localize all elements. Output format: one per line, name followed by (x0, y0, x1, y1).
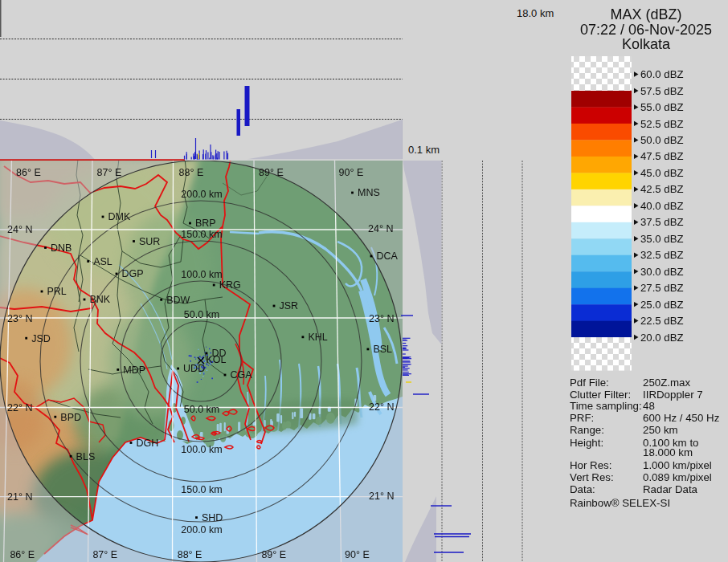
svg-text:18.0 km: 18.0 km (517, 7, 554, 19)
svg-text:47.5 dBZ: 47.5 dBZ (640, 150, 684, 162)
svg-text:DCA: DCA (377, 250, 399, 262)
svg-text:0.1 km: 0.1 km (408, 144, 440, 156)
svg-text:48: 48 (643, 400, 655, 412)
svg-text:50.0 km: 50.0 km (184, 404, 219, 415)
svg-text:250 km: 250 km (643, 424, 678, 436)
svg-text:KHL: KHL (308, 332, 327, 343)
svg-text:20.0 dBZ: 20.0 dBZ (640, 332, 684, 344)
svg-text:CGA: CGA (231, 369, 253, 381)
svg-text:45.0 dBZ: 45.0 dBZ (640, 167, 684, 179)
svg-text:24° N: 24° N (368, 223, 393, 234)
svg-text:SUR: SUR (139, 236, 160, 247)
svg-text:89° E: 89° E (259, 167, 284, 178)
svg-text:1.000 km/pixel: 1.000 km/pixel (643, 459, 712, 471)
svg-text:86° E: 86° E (16, 167, 41, 178)
svg-text:Height:: Height: (570, 437, 603, 449)
svg-text:87° E: 87° E (97, 167, 122, 178)
svg-text:600 Hz / 450 Hz: 600 Hz / 450 Hz (643, 412, 719, 424)
svg-text:Data:: Data: (570, 483, 595, 495)
svg-text:24° N: 24° N (7, 224, 32, 235)
svg-text:IIRDoppler 7: IIRDoppler 7 (643, 389, 703, 401)
svg-text:200.0 km: 200.0 km (181, 189, 222, 200)
svg-text:Kolkata: Kolkata (622, 36, 671, 52)
svg-text:22.5 dBZ: 22.5 dBZ (640, 315, 684, 327)
svg-text:BDW: BDW (166, 295, 190, 306)
svg-text:35.0 dBZ: 35.0 dBZ (640, 233, 684, 245)
svg-text:200.0 km: 200.0 km (181, 524, 222, 536)
svg-text:BNK: BNK (90, 294, 111, 305)
svg-text:DNB: DNB (51, 242, 72, 254)
svg-text:23° N: 23° N (7, 313, 32, 324)
svg-text:100.0 km: 100.0 km (181, 269, 222, 280)
svg-text:57.5 dBZ: 57.5 dBZ (640, 85, 684, 97)
svg-text:25.0 dBZ: 25.0 dBZ (640, 299, 684, 311)
svg-text:Range:: Range: (570, 424, 604, 436)
svg-text:DGP: DGP (122, 268, 144, 279)
svg-text:MAX (dBZ): MAX (dBZ) (610, 6, 681, 22)
svg-text:55.0 dBZ: 55.0 dBZ (640, 101, 684, 113)
svg-text:PRL: PRL (47, 286, 67, 297)
svg-text:52.5 dBZ: 52.5 dBZ (640, 118, 684, 130)
svg-text:87° E: 87° E (92, 549, 117, 560)
svg-text:MDP: MDP (123, 364, 145, 376)
svg-text:Vert Res:: Vert Res: (570, 471, 614, 483)
svg-text:DMK: DMK (108, 211, 131, 222)
svg-text:90° E: 90° E (345, 549, 370, 560)
svg-text:PRF:: PRF: (570, 412, 594, 424)
svg-text:50.0 km: 50.0 km (184, 309, 219, 320)
svg-text:50.0 dBZ: 50.0 dBZ (640, 134, 684, 146)
svg-text:22° N: 22° N (369, 401, 394, 413)
svg-text:0.089 km/pixel: 0.089 km/pixel (643, 471, 712, 483)
svg-text:Radar Data: Radar Data (643, 483, 698, 495)
svg-text:BRP: BRP (195, 218, 216, 229)
svg-text:150.0 km: 150.0 km (181, 484, 222, 495)
svg-text:Hor Res:: Hor Res: (570, 459, 611, 471)
svg-text:DGH: DGH (137, 438, 159, 449)
svg-text:BPD: BPD (60, 412, 81, 423)
svg-text:27.5 dBZ: 27.5 dBZ (640, 282, 684, 294)
svg-text:ASL: ASL (93, 256, 112, 267)
svg-text:88° E: 88° E (178, 549, 202, 560)
svg-text:60.0 dBZ: 60.0 dBZ (640, 68, 684, 80)
svg-text:40.0 dBZ: 40.0 dBZ (640, 200, 684, 212)
svg-text:100.0 km: 100.0 km (181, 444, 222, 455)
svg-text:37.5 dBZ: 37.5 dBZ (640, 216, 684, 228)
svg-text:21° N: 21° N (7, 491, 32, 503)
svg-text:21° N: 21° N (369, 491, 394, 502)
svg-text:JSR: JSR (280, 300, 299, 312)
svg-text:30.0 dBZ: 30.0 dBZ (640, 266, 684, 278)
svg-text:250Z.max: 250Z.max (643, 377, 690, 389)
svg-text:JSD: JSD (31, 333, 51, 344)
svg-text:Pdf File:: Pdf File: (570, 377, 609, 389)
svg-text:86° E: 86° E (10, 549, 35, 560)
svg-text:BLS: BLS (76, 451, 96, 462)
svg-text:KOL: KOL (207, 354, 227, 365)
svg-text:UDD: UDD (183, 363, 205, 374)
svg-text:BSL: BSL (373, 344, 392, 355)
svg-text:MNS: MNS (358, 187, 380, 198)
svg-text:Clutter Filter:: Clutter Filter: (570, 389, 631, 401)
svg-text:18.000 km: 18.000 km (643, 446, 693, 458)
svg-text:88° E: 88° E (179, 167, 204, 178)
svg-text:150.0 km: 150.0 km (181, 229, 222, 240)
svg-text:90° E: 90° E (339, 167, 364, 178)
svg-text:SHD: SHD (202, 512, 223, 523)
svg-text:KRG: KRG (219, 279, 241, 291)
svg-text:23° N: 23° N (369, 313, 394, 324)
svg-text:Rainbow® SELEX-SI: Rainbow® SELEX-SI (570, 497, 670, 509)
svg-text:07:22 / 06-Nov-2025: 07:22 / 06-Nov-2025 (580, 22, 712, 38)
svg-text:89° E: 89° E (261, 549, 286, 560)
svg-text:32.5 dBZ: 32.5 dBZ (640, 249, 684, 261)
svg-text:42.5 dBZ: 42.5 dBZ (640, 183, 684, 195)
svg-text:Time sampling:: Time sampling: (570, 400, 642, 412)
svg-text:22° N: 22° N (7, 402, 32, 413)
